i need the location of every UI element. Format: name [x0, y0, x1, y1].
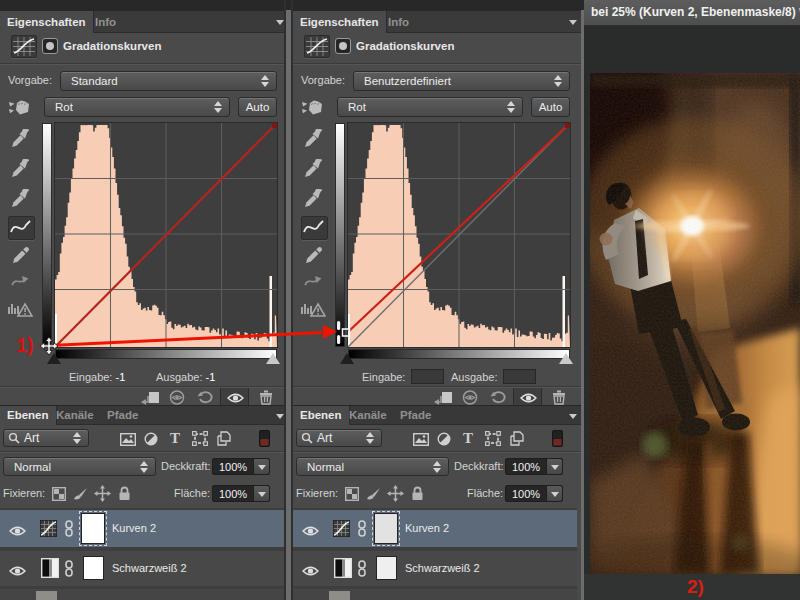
svg-text:1): 1) [16, 334, 34, 356]
